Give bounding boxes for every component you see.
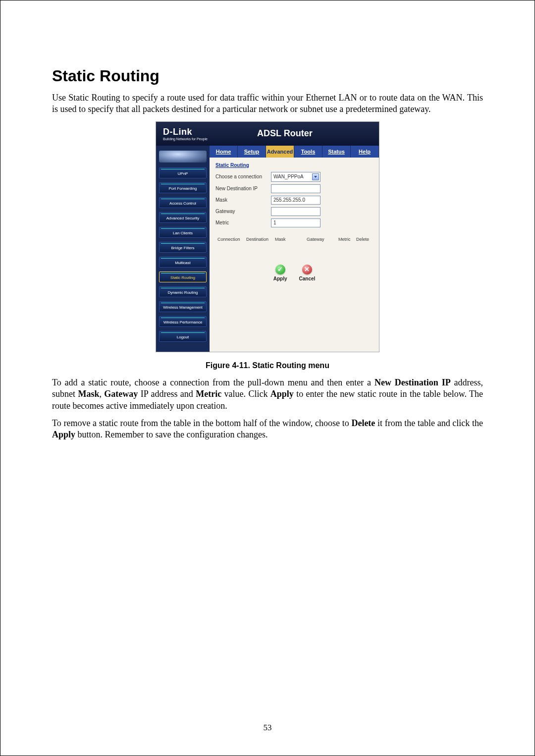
gateway-input[interactable] [271, 207, 321, 216]
mask-label: Mask [215, 197, 271, 203]
paragraph-add-route: To add a static route, choose a connecti… [52, 377, 483, 412]
router-main: Home Setup Advanced Tools Status Help St… [210, 146, 379, 352]
section-title: Static Routing [215, 162, 373, 168]
tab-help[interactable]: Help [351, 146, 379, 158]
sidebar-item-static-routing[interactable]: Static Routing [159, 271, 207, 282]
choose-connection-label: Choose a connection [215, 174, 271, 179]
apply-button[interactable]: ✓ Apply [273, 265, 287, 281]
choose-connection-select[interactable]: WAN_PPPoA [271, 172, 321, 182]
destination-ip-label: New Destination IP [215, 186, 271, 191]
check-icon: ✓ [275, 265, 285, 274]
sidebar-item-lan-clients[interactable]: Lan Clients [159, 227, 207, 238]
close-icon: ✕ [302, 265, 312, 274]
router-tabs: Home Setup Advanced Tools Status Help [210, 146, 379, 158]
sidebar-item-logout[interactable]: Logout [159, 331, 207, 342]
tab-setup[interactable]: Setup [238, 146, 266, 158]
router-sidebar: UPnP Port Forwarding Access Control Adva… [156, 146, 210, 352]
figure-caption: Figure 4-11. Static Routing menu [52, 361, 483, 370]
tab-status[interactable]: Status [322, 146, 351, 158]
mask-input[interactable]: 255.255.255.0 [271, 196, 321, 205]
sidebar-item-upnp[interactable]: UPnP [159, 167, 207, 178]
metric-input[interactable]: 1 [271, 218, 321, 227]
tab-advanced[interactable]: Advanced [266, 146, 294, 158]
route-table-header: Connection Destination Mask Gateway Metr… [215, 230, 373, 245]
sidebar-item-advanced-security[interactable]: Advanced Security [159, 212, 207, 223]
tab-tools[interactable]: Tools [294, 146, 322, 158]
router-title: ADSL Router [208, 128, 372, 139]
router-header: D-Link Building Networks for People ADSL… [156, 122, 379, 146]
cancel-button[interactable]: ✕ Cancel [299, 265, 315, 281]
metric-label: Metric [215, 220, 271, 225]
sidebar-item-bridge-filters[interactable]: Bridge Filters [159, 242, 207, 253]
sidebar-item-access-control[interactable]: Access Control [159, 197, 207, 208]
device-image [159, 151, 207, 162]
sidebar-item-wireless-performance[interactable]: Wireless Performance [159, 316, 207, 327]
sidebar-item-port-forwarding[interactable]: Port Forwarding [159, 182, 207, 193]
paragraph-remove-route: To remove a static route from the table … [52, 418, 483, 441]
router-screenshot: D-Link Building Networks for People ADSL… [156, 121, 379, 352]
sidebar-item-wireless-management[interactable]: Wireless Management [159, 301, 207, 312]
sidebar-item-dynamic-routing[interactable]: Dynamic Routing [159, 286, 207, 297]
gateway-label: Gateway [215, 209, 271, 214]
tab-home[interactable]: Home [210, 146, 238, 158]
destination-ip-input[interactable] [271, 184, 321, 193]
intro-paragraph: Use Static Routing to specify a route us… [52, 92, 483, 115]
page-number: 53 [0, 723, 535, 733]
page-heading: Static Routing [52, 67, 483, 85]
sidebar-item-multicast[interactable]: Multicast [159, 257, 207, 268]
dlink-logo: D-Link Building Networks for People [163, 127, 208, 141]
